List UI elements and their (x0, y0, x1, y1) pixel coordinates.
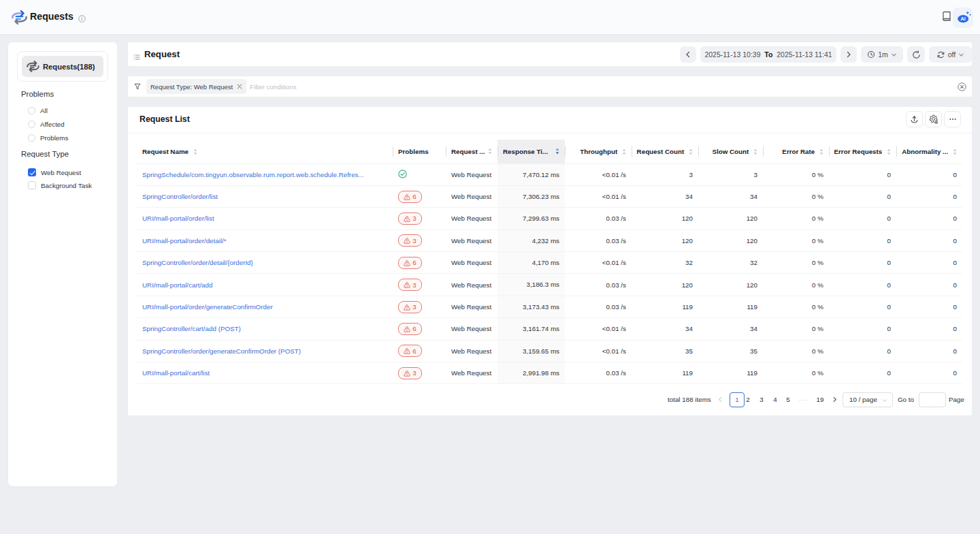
svg-text:AI: AI (961, 16, 966, 22)
